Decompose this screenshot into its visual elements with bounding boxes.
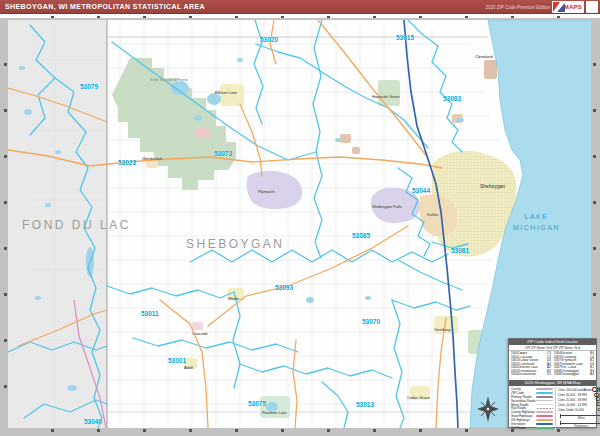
legend-city-sizes: Cities 100,000 and AboveCity Cities 50,0… — [555, 387, 600, 431]
rural-patch — [352, 147, 360, 154]
legend-swatch — [536, 415, 553, 417]
legend-swatch — [536, 388, 553, 390]
scale-bar: Miles — [558, 415, 600, 420]
legend-swatch — [536, 408, 553, 410]
frame-ruler-left — [0, 18, 8, 436]
page-title: SHEBOYGAN, WI METROPOLITAN STATISTICAL A… — [5, 3, 205, 10]
edition-label: 2020 ZIP Code Premium Edition — [486, 5, 550, 10]
scale-line — [560, 423, 600, 424]
legend-swatch — [536, 400, 553, 402]
legend-swatch — [536, 404, 553, 406]
adell-urban — [184, 358, 197, 369]
legend-swatch — [536, 427, 553, 429]
legend-box: ZIP Code Index/Grid Locator ZIP ZIP Name… — [508, 338, 597, 428]
scale-bar: Kilometers — [558, 423, 600, 428]
legend-swatch — [536, 396, 553, 398]
cedar-grove-urban — [410, 386, 430, 400]
cascade-urban — [192, 322, 203, 330]
city-size-row: Cities Under 10,000City — [558, 408, 600, 413]
legend-item: Toll Roads — [511, 426, 553, 430]
rural-patch — [340, 134, 351, 143]
scale-line — [560, 415, 600, 416]
map-canvas: 5302053015530795308353023530735304453085… — [8, 20, 592, 428]
legend-swatch — [536, 423, 553, 425]
legend-swatch — [536, 392, 553, 394]
map-poster: SHEBOYGAN, WI METROPOLITAN STATISTICAL A… — [0, 0, 600, 436]
st-anna-urban — [196, 128, 209, 138]
logo-side-panel — [586, 1, 598, 13]
map-drawing — [8, 20, 592, 428]
marketmaps-logo: MAPS — [552, 1, 584, 13]
sheboygan-falls-urban — [371, 188, 421, 223]
logo-text: MAPS — [564, 4, 582, 10]
glenbeulah-urban — [146, 160, 158, 168]
legend-swatch — [536, 419, 553, 421]
elkhart-lake-urban — [220, 84, 244, 106]
title-bar: SHEBOYGAN, WI METROPOLITAN STATISTICAL A… — [0, 0, 600, 14]
cleveland-urban — [484, 60, 497, 79]
fond-du-lac-area — [8, 20, 107, 428]
zip-index-table: 53001AdellC3 53011CascadeC2 53013Cedar G… — [509, 351, 596, 380]
legend-symbol-list: County ZIP Code Primary Roads Secondary … — [511, 387, 553, 431]
legend-body: County ZIP Code Primary Roads Secondary … — [509, 386, 596, 432]
zip-index-row: 53083SheboyganA4 — [554, 373, 594, 377]
legend-swatch — [536, 411, 553, 413]
city-size-row: Cities 50,000 - 99,999City — [558, 392, 600, 397]
zip-index-row: 53040KewaskumD1 — [511, 373, 551, 377]
howards-grove-area — [378, 80, 400, 106]
forest-lake — [171, 81, 189, 95]
